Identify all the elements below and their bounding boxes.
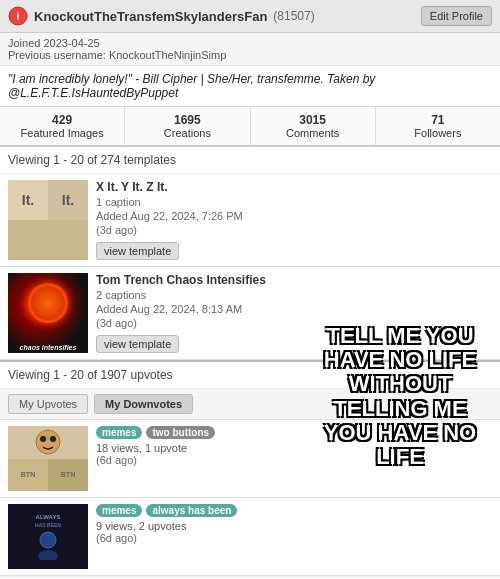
upvote-thumbnail: ALWAYS HAS BEEN [8, 504, 88, 569]
view-template-button[interactable]: view template [96, 242, 179, 260]
user-info-section: Joined 2023-04-25 Previous username: Kno… [0, 33, 500, 66]
template-captions: 1 caption [96, 196, 492, 208]
tag-two-buttons: two buttons [146, 426, 215, 439]
svg-point-3 [40, 436, 46, 442]
svg-point-5 [40, 532, 56, 548]
edit-profile-button[interactable]: Edit Profile [421, 6, 492, 26]
stat-followers-label: Followers [380, 127, 496, 139]
profile-points: (81507) [273, 9, 314, 23]
stat-featured-num: 429 [4, 113, 120, 127]
stat-comments[interactable]: 3015 Comments [251, 107, 376, 145]
profile-header: i KnockoutTheTransfemSkylandersFan (8150… [0, 0, 500, 33]
upvote-ago: (6d ago) [96, 532, 492, 544]
stat-followers[interactable]: 71 Followers [376, 107, 500, 145]
upvote-thumbnail: BTN BTN [8, 426, 88, 491]
profile-username: KnockoutTheTransfemSkylandersFan [34, 9, 267, 24]
stats-bar: 429 Featured Images 1695 Creations 3015 … [0, 107, 500, 147]
prev-username: Previous username: KnockoutTheNinjinSimp [8, 49, 492, 61]
stat-creations-label: Creations [129, 127, 245, 139]
upvote-views: 9 views, 2 upvotes [96, 520, 492, 532]
tab-my-upvotes[interactable]: My Upvotes [8, 394, 88, 414]
template-thumbnail: chaos intensifies [8, 273, 88, 353]
stat-followers-num: 71 [380, 113, 496, 127]
templates-container: TELL ME YOU HAVE NO LIFE WITHOUT TELLING… [0, 174, 500, 360]
prev-username-value: KnockoutTheNinjinSimp [109, 49, 226, 61]
template-ago: (3d ago) [96, 224, 492, 236]
joined-date: Joined 2023-04-25 [8, 37, 492, 49]
stat-featured-label: Featured Images [4, 127, 120, 139]
template-info: X It. Y It. Z It. 1 caption Added Aug 22… [96, 180, 492, 260]
template-title: Tom Trench Chaos Intensifies [96, 273, 492, 287]
user-bio: "I am incredibly lonely!" - Bill Cipher … [0, 66, 500, 107]
svg-text:i: i [17, 11, 20, 22]
stat-creations[interactable]: 1695 Creations [125, 107, 250, 145]
template-thumbnail: It. It. [8, 180, 88, 260]
stat-creations-num: 1695 [129, 113, 245, 127]
stat-comments-num: 3015 [255, 113, 371, 127]
svg-point-2 [36, 430, 60, 454]
tag-memes: memes [96, 426, 142, 439]
header-left: i KnockoutTheTransfemSkylandersFan (8150… [8, 6, 315, 26]
template-captions: 2 captions [96, 289, 492, 301]
tag-memes: memes [96, 504, 142, 517]
svg-point-4 [50, 436, 56, 442]
tag-always-has-been: always has been [146, 504, 237, 517]
template-title: X It. Y It. Z It. [96, 180, 492, 194]
templates-section-heading: Viewing 1 - 20 of 274 templates [0, 147, 500, 174]
upvote-card: ALWAYS HAS BEEN memes always has been 9 … [0, 498, 500, 576]
svg-point-6 [38, 550, 58, 560]
template-date: Added Aug 22, 2024, 7:26 PM [96, 210, 492, 222]
meme-overlay-text: TELL ME YOU HAVE NO LIFE WITHOUT TELLING… [300, 314, 500, 479]
template-card: It. It. X It. Y It. Z It. 1 caption Adde… [0, 174, 500, 267]
view-template-button[interactable]: view template [96, 335, 179, 353]
site-logo-icon: i [8, 6, 28, 26]
tab-my-downvotes[interactable]: My Downvotes [94, 394, 193, 414]
stat-comments-label: Comments [255, 127, 371, 139]
stat-featured[interactable]: 429 Featured Images [0, 107, 125, 145]
upvote-info: memes always has been 9 views, 2 upvotes… [96, 504, 492, 569]
prev-username-label: Previous username: [8, 49, 106, 61]
tag-row: memes always has been [96, 504, 492, 517]
